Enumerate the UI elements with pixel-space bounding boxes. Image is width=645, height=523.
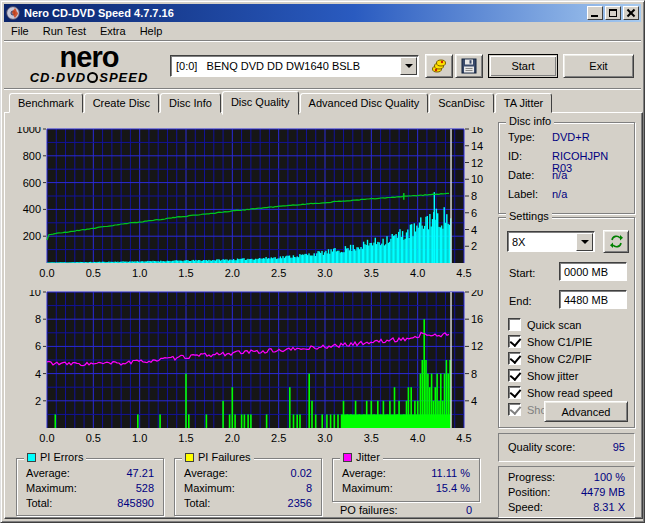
end-position-input[interactable] (559, 290, 627, 309)
svg-text:4.5: 4.5 (456, 267, 471, 279)
svg-text:6: 6 (471, 207, 477, 219)
svg-text:10: 10 (471, 173, 483, 185)
svg-text:3.0: 3.0 (317, 432, 332, 444)
maximize-button[interactable] (605, 6, 621, 20)
checkbox-show-c1-pie[interactable]: Show C1/PIE (508, 335, 592, 348)
svg-text:8: 8 (35, 313, 41, 325)
svg-text:2.5: 2.5 (271, 267, 286, 279)
disc-label-value: n/a (552, 188, 567, 200)
svg-text:2.5: 2.5 (271, 432, 286, 444)
disc-type-value: DVD+R (552, 131, 590, 143)
pi-failures-maximum-label: Maximum: (184, 482, 235, 494)
show-read-speed-checkbox-icon (508, 386, 521, 399)
svg-text:6: 6 (35, 340, 41, 352)
tab-advanced-disc-quality[interactable]: Advanced Disc Quality (300, 93, 429, 113)
disc-id-label: ID: (508, 150, 522, 162)
speed-select-arrow-icon[interactable] (576, 233, 593, 251)
pi-failures-panel: PI Failures Average:0.02 Maximum:8 Total… (174, 458, 322, 516)
checkbox-quick-scan[interactable]: Quick scan (508, 318, 581, 331)
save-button[interactable] (455, 54, 483, 78)
jitter-legend: Jitter (356, 451, 380, 463)
refresh-button[interactable] (603, 230, 629, 253)
svg-text:16: 16 (471, 127, 483, 135)
start-position-label: Start: (509, 267, 535, 279)
pi-errors-average-label: Average: (26, 467, 70, 479)
jitter-maximum-label: Maximum: (342, 482, 393, 494)
position-value: 4479 MB (581, 486, 625, 498)
svg-text:12: 12 (471, 340, 483, 352)
minimize-button[interactable] (587, 6, 603, 20)
pi-errors-chart: 20040060080010002468101214160.00.51.01.5… (13, 127, 491, 279)
advanced-button-label: Advanced (562, 406, 611, 418)
progress-value: 100 % (594, 471, 625, 483)
svg-text:0.5: 0.5 (86, 267, 101, 279)
svg-text:10: 10 (29, 290, 41, 298)
pi-errors-swatch-icon (27, 453, 36, 462)
pi-failures-swatch-icon (185, 453, 194, 462)
drive-select[interactable]: [0:0] BENQ DVD DD DW1640 BSLB (170, 55, 419, 77)
svg-text:4: 4 (35, 368, 41, 380)
settings-panel: Settings 8X Start: End: Quick scan Show … (498, 217, 635, 428)
svg-text:1.0: 1.0 (132, 267, 147, 279)
menu-item-help[interactable]: Help (133, 23, 170, 39)
checkbox-show-jitter[interactable]: Show jitter (508, 369, 578, 382)
svg-text:3.5: 3.5 (364, 267, 379, 279)
show-write-speed-checkbox-icon (508, 403, 521, 416)
svg-text:4.5: 4.5 (456, 432, 471, 444)
tab-ta-jitter[interactable]: TA Jitter (495, 93, 553, 113)
pi-errors-maximum-value: 528 (136, 482, 154, 494)
po-failures-value: 0 (466, 504, 472, 516)
window-title: Nero CD-DVD Speed 4.7.7.16 (24, 7, 585, 19)
speed-label: Speed: (508, 501, 543, 513)
svg-text:0.5: 0.5 (86, 432, 101, 444)
speed-select[interactable]: 8X (507, 231, 595, 252)
disc-date-value: n/a (552, 169, 567, 181)
title-bar[interactable]: Nero CD-DVD Speed 4.7.7.16 (4, 4, 641, 22)
disc-type-label: Type: (508, 131, 535, 143)
pi-errors-panel: PI Errors Average:47.21 Maximum:528 Tota… (16, 458, 164, 516)
eject-button[interactable] (425, 54, 453, 78)
svg-text:8: 8 (471, 368, 477, 380)
disc-date-label: Date: (508, 169, 534, 181)
disc-info-legend: Disc info (506, 115, 554, 127)
svg-text:4: 4 (471, 224, 477, 236)
tab-disc-quality[interactable]: Disc Quality (222, 91, 299, 115)
start-position-input[interactable] (559, 262, 627, 281)
menu-bar: File Run Test Extra Help (4, 22, 641, 41)
tab-scandisc[interactable]: ScanDisc (429, 93, 493, 113)
advanced-button[interactable]: Advanced (544, 401, 628, 422)
pi-failures-total-value: 2356 (288, 497, 312, 509)
pi-failures-total-label: Total: (184, 497, 210, 509)
svg-text:800: 800 (23, 150, 41, 162)
svg-text:12: 12 (471, 157, 483, 169)
menu-item-extra[interactable]: Extra (93, 23, 133, 39)
jitter-average-label: Average: (342, 467, 386, 479)
refresh-icon (609, 234, 624, 249)
speed-select-value: 8X (508, 236, 576, 248)
speed-value: 8.31 X (593, 501, 625, 513)
drive-select-arrow-icon[interactable] (400, 57, 417, 75)
svg-text:0.0: 0.0 (39, 432, 54, 444)
checkbox-show-read-speed[interactable]: Show read speed (508, 386, 613, 399)
pi-errors-total-label: Total: (26, 497, 52, 509)
tab-create-disc[interactable]: Create Disc (84, 93, 159, 113)
tab-disc-info[interactable]: Disc Info (160, 93, 221, 113)
tab-benchmark[interactable]: Benchmark (9, 93, 83, 113)
checkbox-show-c2-pif[interactable]: Show C2/PIF (508, 352, 592, 365)
svg-text:4: 4 (471, 395, 477, 407)
position-label: Position: (508, 486, 550, 498)
svg-text:400: 400 (23, 203, 41, 215)
svg-text:200: 200 (23, 230, 41, 242)
svg-text:600: 600 (23, 177, 41, 189)
menu-item-run-test[interactable]: Run Test (36, 23, 93, 39)
exit-button[interactable]: Exit (563, 54, 634, 78)
start-button[interactable]: Start (488, 54, 558, 78)
save-icon (461, 58, 477, 74)
disc-quality-page: 20040060080010002468101214160.00.51.01.5… (4, 112, 643, 519)
logo-subtext-right: SPEED (99, 70, 148, 85)
menu-item-file[interactable]: File (4, 23, 36, 39)
exit-button-label: Exit (589, 60, 607, 72)
close-button[interactable] (623, 6, 639, 20)
quality-score-value: 95 (613, 441, 625, 453)
svg-text:2: 2 (35, 395, 41, 407)
